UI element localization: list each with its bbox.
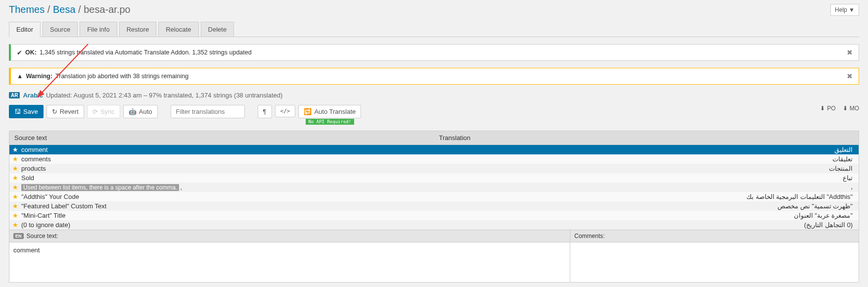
robot-icon: 🤖 [129, 108, 137, 115]
translation-text: (0 التجاهل التاريخ) [434, 221, 856, 229]
source-text: "Mini-Cart" Title [21, 212, 65, 219]
star-icon: ★ [12, 212, 18, 219]
tabs: Editor Source File info Restore Relocate… [9, 22, 859, 37]
detail-panel: EN Source text: comment Comments: [9, 230, 859, 283]
revert-label: Revert [60, 108, 79, 115]
download-icon: ⬇ [843, 105, 848, 112]
source-text: "Addthis" Your Code [21, 193, 79, 200]
table-row[interactable]: ★Used between list items, there is a spa… [9, 183, 859, 192]
translation-text: "Addthis" التعليمات البرمجية الخاصة بك [434, 193, 856, 200]
translation-text: تباع [434, 174, 856, 182]
close-icon[interactable]: ✖ [847, 48, 853, 56]
translation-text: "مصغرة عربة" العنوان [434, 212, 856, 219]
table-row[interactable]: ★productsالمنتجات [9, 164, 859, 173]
comments-area[interactable] [570, 242, 859, 282]
translation-text: تعليقات [434, 155, 856, 163]
sync-icon: ⟳ [92, 108, 98, 115]
alert-warning: ▲ Warning: Translation job aborted with … [9, 68, 859, 85]
breadcrumb-besa[interactable]: Besa [53, 4, 76, 15]
tab-relocate[interactable]: Relocate [158, 22, 198, 37]
auto-translate-label: Auto Translate [314, 108, 356, 115]
star-icon: ★ [12, 174, 18, 182]
sync-label: Sync [100, 108, 115, 115]
help-button[interactable]: Help ▼ [830, 4, 859, 16]
table-row[interactable]: ★"Addthis" Your Code"Addthis" التعليمات … [9, 192, 859, 201]
breadcrumb-file: besa-ar.po [84, 4, 131, 15]
auto-translate-button[interactable]: 🔁 Auto Translate [298, 105, 361, 118]
locale-row: AR Arabic Updated: August 5, 2021 2:43 a… [9, 92, 859, 99]
source-text: comments [21, 155, 51, 163]
translation-text: التعليق [434, 146, 856, 153]
translation-text: "ظهرت تسمية" نص مخصص [434, 202, 856, 210]
po-label: PO [827, 105, 835, 112]
auto-button[interactable]: 🤖 Auto [123, 105, 158, 118]
save-label: Save [23, 108, 38, 115]
translation-text: المنتجات [434, 165, 856, 172]
no-api-badge: No API Required! [306, 119, 355, 125]
table-body: ★commentالتعليق★commentsتعليقات★products… [9, 145, 859, 230]
download-icon: ⬇ [820, 105, 825, 112]
alert-ok-text: 1,345 strings translated via Automatic T… [40, 49, 252, 56]
warning-icon: ▲ [17, 73, 23, 80]
star-icon: ★ [12, 165, 18, 172]
source-hint: Used between list items, there is a spac… [21, 184, 179, 191]
col-source-header: Source text [9, 131, 434, 144]
star-icon: ★ [12, 202, 18, 210]
table-row[interactable]: ★commentsتعليقات [9, 154, 859, 164]
star-icon: ★ [12, 193, 18, 200]
auto-label: Auto [139, 108, 152, 115]
translate-icon: 🔁 [304, 108, 312, 115]
table-row[interactable]: ★commentالتعليق [9, 145, 859, 154]
table-row[interactable]: ★"Mini-Cart" Title"مصغرة عربة" العنوان [9, 211, 859, 220]
col-trans-header: Translation [434, 131, 859, 144]
locale-info: Updated: August 5, 2021 2:43 am – 97% tr… [46, 92, 282, 99]
code-button[interactable]: </> [275, 105, 296, 117]
source-text: (0 to ignore date) [21, 221, 70, 229]
toolbar: 🖫 Save ↻ Revert ⟳ Sync 🤖 Auto ¶ </> 🔁 Au… [9, 105, 859, 125]
pilcrow-button[interactable]: ¶ [258, 105, 272, 118]
download-mo[interactable]: ⬇ MO [843, 105, 859, 112]
source-text: comment [21, 146, 47, 153]
alert-warn-text: Translation job aborted with 38 strings … [55, 73, 188, 80]
tab-source[interactable]: Source [43, 22, 78, 37]
translation-text: ، [434, 184, 856, 191]
star-icon: ★ [12, 155, 18, 163]
source-text-label: Source text: [27, 233, 58, 239]
tab-file-info[interactable]: File info [80, 22, 117, 37]
alert-warn-label: Warning: [26, 73, 52, 80]
close-icon[interactable]: ✖ [847, 72, 853, 80]
tab-editor[interactable]: Editor [9, 22, 41, 37]
table-row[interactable]: ★"Featured Label" Custom Text"ظهرت تسمية… [9, 201, 859, 211]
source-text: "Featured Label" Custom Text [21, 202, 106, 210]
table-row[interactable]: ★(0 to ignore date)(0 التجاهل التاريخ) [9, 220, 859, 230]
star-icon: ★ [12, 184, 18, 191]
revert-icon: ↻ [52, 108, 57, 115]
download-po[interactable]: ⬇ PO [820, 105, 835, 112]
tab-delete[interactable]: Delete [201, 22, 234, 37]
alert-ok-label: OK: [25, 49, 37, 56]
tab-restore[interactable]: Restore [119, 22, 157, 37]
source-text: , [180, 184, 182, 191]
star-icon: ★ [12, 221, 18, 229]
check-icon: ✔ [17, 49, 22, 56]
locale-badge: AR [9, 92, 20, 98]
locale-name[interactable]: Arabic [23, 92, 43, 99]
source-text-value: comment [9, 242, 570, 282]
star-icon: ★ [12, 146, 18, 153]
source-text: products [21, 165, 46, 172]
filter-input[interactable] [171, 105, 245, 118]
breadcrumb: Themes / Besa / besa-ar.po [9, 4, 131, 15]
table-header: Source text Translation [9, 131, 859, 145]
table-row[interactable]: ★Soldتباع [9, 173, 859, 183]
en-badge: EN [13, 233, 24, 239]
source-text: Sold [21, 174, 34, 182]
revert-button[interactable]: ↻ Revert [46, 105, 84, 118]
comments-label: Comments: [574, 233, 604, 239]
breadcrumb-themes[interactable]: Themes [9, 4, 45, 15]
sync-button: ⟳ Sync [87, 105, 120, 118]
save-icon: 🖫 [14, 108, 21, 115]
alert-success: ✔ OK: 1,345 strings translated via Autom… [9, 44, 859, 61]
mo-label: MO [850, 105, 859, 112]
save-button[interactable]: 🖫 Save [9, 105, 44, 118]
